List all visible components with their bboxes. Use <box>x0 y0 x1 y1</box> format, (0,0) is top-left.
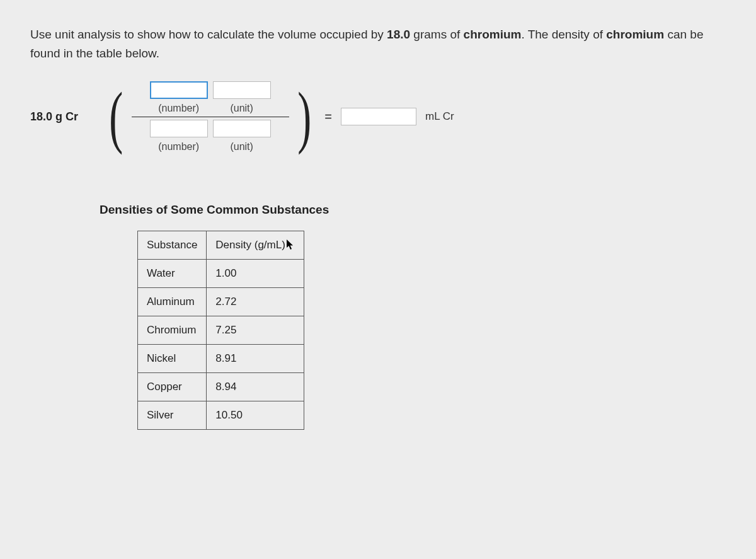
denominator-number-input[interactable] <box>150 120 208 137</box>
substance-cell: Copper <box>138 372 207 401</box>
conversion-factor: ( (number) (unit) (number) <box>105 81 316 153</box>
table-row: Silver10.50 <box>138 401 304 429</box>
unit-analysis-equation: 18.0 g Cr ( (number) (unit) (number) <box>30 81 726 153</box>
denominator-unit-input[interactable] <box>213 120 271 137</box>
density-table-title: Densities of Some Common Substances <box>100 203 726 217</box>
substance-cell: Water <box>138 259 207 287</box>
table-row: Copper8.94 <box>138 372 304 401</box>
density-cell: 2.72 <box>207 287 304 316</box>
substance-cell: Chromium <box>138 316 207 344</box>
numerator-row: (number) (unit) <box>150 81 271 114</box>
numerator-number-input[interactable] <box>150 81 208 99</box>
numerator-unit-label: (unit) <box>230 103 253 114</box>
table-header-density: Density (g/mL) <box>207 231 304 259</box>
substance-cell: Silver <box>138 401 207 429</box>
given-quantity: 18.0 g Cr <box>30 110 100 124</box>
numerator-number-label: (number) <box>158 103 199 114</box>
substance-cell: Aluminum <box>138 287 207 316</box>
left-paren-icon: ( <box>109 86 123 148</box>
equals-sign: = <box>321 110 336 124</box>
table-row: Nickel8.91 <box>138 344 304 372</box>
denominator-unit-label: (unit) <box>230 141 253 153</box>
prompt-element: chromium <box>464 28 522 41</box>
answer-unit: mL Cr <box>421 110 454 123</box>
denominator-number-label: (number) <box>158 141 199 153</box>
prompt-pre: Use unit analysis to show how to calcula… <box>30 28 387 41</box>
denominator-row: (number) (unit) <box>150 120 271 153</box>
density-cell: 10.50 <box>207 401 304 429</box>
prompt-element2: chromium <box>606 28 664 41</box>
table-row: Aluminum2.72 <box>138 287 304 316</box>
density-cell: 7.25 <box>207 316 304 344</box>
density-cell: 8.94 <box>207 372 304 401</box>
prompt-mass-unit: grams <box>410 28 447 41</box>
table-row: Water1.00 <box>138 259 304 287</box>
answer-input[interactable] <box>341 108 416 125</box>
prompt-post1: . The density of <box>521 28 606 41</box>
fraction-bar <box>132 117 289 117</box>
density-cell: 8.91 <box>207 344 304 372</box>
right-paren-icon: ) <box>297 86 311 148</box>
cursor-icon <box>286 239 295 250</box>
substance-cell: Nickel <box>138 344 207 372</box>
density-cell: 1.00 <box>207 259 304 287</box>
density-table: Substance Density (g/mL) Water1.00Alumin… <box>137 231 304 430</box>
table-row: Chromium7.25 <box>138 316 304 344</box>
question-prompt: Use unit analysis to show how to calcula… <box>30 25 726 64</box>
numerator-unit-input[interactable] <box>213 81 271 99</box>
prompt-mass: 18.0 <box>387 28 410 41</box>
prompt-mid: of <box>447 28 463 41</box>
table-header-substance: Substance <box>138 231 207 259</box>
